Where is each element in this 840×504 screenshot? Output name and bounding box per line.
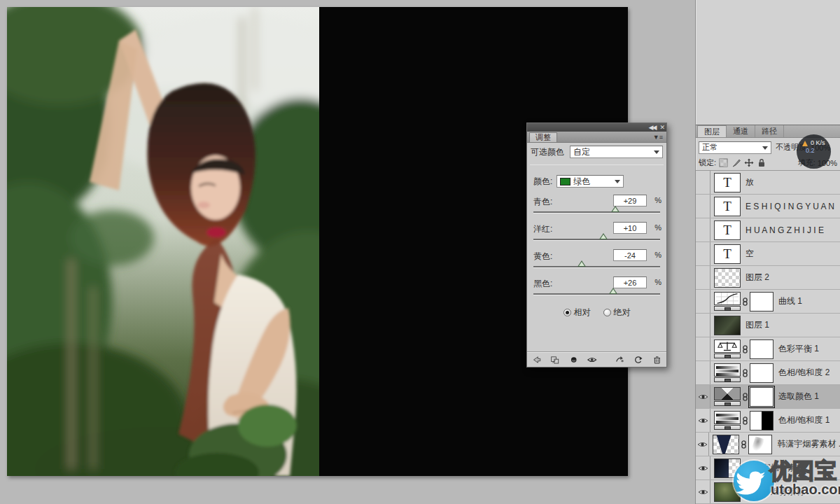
network-speed-overlay: 0 K/s 0.2 [797, 134, 831, 169]
layer-row[interactable]: T [696, 195, 840, 218]
eye-icon[interactable] [587, 355, 596, 365]
slider-thumb[interactable] [609, 288, 617, 294]
slider-track[interactable] [533, 266, 660, 268]
visibility-toggle[interactable] [696, 480, 710, 503]
layer-name[interactable]: E S H I Q I N G Y U A N [746, 202, 834, 211]
layer-name[interactable]: 色相/饱和度 1 [778, 414, 830, 426]
layer-name[interactable]: H U A N G Z H I J I E [746, 225, 824, 235]
previous-state-icon[interactable] [615, 355, 624, 365]
layer-thumbnail[interactable]: T [714, 220, 741, 240]
link-chain-icon[interactable] [741, 393, 749, 401]
slider-thumb[interactable] [611, 206, 620, 212]
layer-thumbnail[interactable]: T [713, 435, 739, 454]
layer-mask-thumbnail[interactable] [750, 340, 774, 359]
tab-channels[interactable]: 通道 [727, 125, 755, 137]
visibility-toggle[interactable] [696, 242, 710, 265]
layer-thumbnail[interactable]: T [714, 197, 741, 216]
tab-paths[interactable]: 路径 [755, 125, 784, 137]
visibility-toggle[interactable] [696, 337, 710, 360]
layer-row[interactable]: T [696, 314, 840, 337]
slider-track[interactable] [533, 293, 660, 295]
slider-thumb[interactable] [578, 260, 586, 267]
link-chain-icon[interactable] [740, 440, 748, 449]
layer-name[interactable]: 色相/饱和度 2 [778, 367, 830, 379]
link-chain-icon[interactable] [741, 345, 749, 354]
visibility-toggle[interactable] [696, 290, 710, 313]
trash-icon[interactable] [652, 355, 662, 365]
layer-thumbnail[interactable]: T [714, 316, 741, 335]
tab-layers[interactable]: 图层 [697, 125, 727, 137]
layer-row[interactable]: T [696, 171, 840, 195]
layer-mask-thumbnail[interactable] [750, 292, 774, 312]
layer-row[interactable]: T [696, 218, 840, 242]
layer-mask-thumbnail[interactable] [748, 435, 772, 454]
slider-value-input[interactable]: +29 [613, 195, 647, 206]
tab-adjustments[interactable]: 调整 [529, 132, 557, 142]
slider-value-input[interactable]: -24 [613, 249, 647, 261]
visibility-toggle[interactable] [696, 433, 709, 456]
layer-thumbnail[interactable]: T [714, 340, 741, 358]
layer-thumbnail[interactable]: T [714, 387, 741, 406]
close-panel-icon[interactable]: ✕ [659, 125, 664, 131]
layer-name[interactable]: 图层 1 [746, 319, 769, 331]
layer-row[interactable]: T [696, 361, 840, 385]
layer-thumbnail[interactable]: T [714, 411, 741, 430]
layer-row[interactable]: T [696, 242, 840, 266]
layer-mask-thumbnail[interactable] [750, 363, 774, 383]
layer-name[interactable]: 放 [746, 176, 754, 188]
clip-to-layer-icon[interactable] [550, 355, 559, 365]
layer-thumbnail[interactable]: T [714, 244, 741, 264]
collapse-panel-icon[interactable]: ◀◀ [649, 125, 656, 131]
layer-thumbnail[interactable]: T [714, 363, 741, 382]
layer-name[interactable]: 色彩平衡 1 [778, 343, 819, 355]
layer-name[interactable]: 选取颜色 1 [778, 391, 819, 402]
preset-dropdown[interactable]: 自定 [570, 146, 663, 158]
visibility-toggle[interactable] [696, 314, 710, 337]
layer-thumbnail[interactable]: T [714, 173, 741, 192]
slider-value-input[interactable]: +26 [613, 276, 647, 288]
layer-name[interactable]: 韩潇宇烟雾素材 ... [777, 438, 840, 450]
layer-thumbnail[interactable]: T [714, 268, 741, 288]
link-chain-icon[interactable] [741, 416, 749, 425]
link-chain-icon[interactable] [741, 298, 749, 306]
link-chain-icon[interactable] [741, 369, 749, 377]
visibility-toggle[interactable] [696, 218, 710, 241]
layer-row[interactable]: T [696, 337, 840, 361]
radio-absolute[interactable]: 绝对 [603, 307, 631, 318]
layer-row[interactable]: T [696, 433, 840, 456]
lock-transparency-icon[interactable] [719, 158, 729, 167]
layer-mask-thumbnail[interactable] [750, 411, 774, 430]
visibility-toggle[interactable] [696, 409, 710, 432]
layer-row[interactable]: T [696, 290, 840, 314]
blend-mode-dropdown[interactable]: 正常 [699, 141, 771, 154]
lock-position-move-icon[interactable] [744, 158, 754, 167]
slider-track[interactable] [533, 211, 660, 214]
visibility-toggle[interactable] [696, 195, 710, 218]
layer-mask-thumbnail[interactable] [750, 387, 774, 407]
slider-thumb[interactable] [599, 233, 608, 239]
visibility-toggle[interactable] [696, 171, 710, 194]
radio-relative[interactable]: 相对 [564, 307, 591, 318]
slider-value-input[interactable]: +10 [613, 222, 647, 234]
layer-thumbnail[interactable]: T [714, 292, 741, 311]
layer-row[interactable]: T [696, 409, 840, 433]
layer-name[interactable]: 空 [746, 248, 754, 260]
lock-all-padlock-icon[interactable] [757, 158, 766, 167]
layer-row[interactable]: T [696, 266, 840, 290]
layer-row[interactable]: T [696, 385, 840, 409]
back-arrow-icon[interactable] [532, 355, 541, 365]
lock-pixels-brush-icon[interactable] [732, 158, 741, 167]
layer-name[interactable]: 图层 2 [746, 272, 769, 284]
slider-track[interactable] [533, 239, 660, 241]
reset-icon[interactable] [634, 355, 643, 365]
visibility-toggle[interactable] [696, 456, 710, 479]
text-layer-glyph: T [715, 197, 740, 216]
layer-dot-icon[interactable] [569, 355, 578, 365]
visibility-toggle[interactable] [696, 385, 710, 408]
visibility-toggle[interactable] [696, 361, 710, 384]
visibility-toggle[interactable] [696, 266, 710, 289]
color-dropdown[interactable]: 绿色 [556, 175, 624, 188]
layer-name[interactable]: 曲线 1 [778, 295, 802, 307]
panel-menu-icon[interactable]: ▼≡ [653, 134, 663, 141]
radio-dot [603, 309, 611, 316]
